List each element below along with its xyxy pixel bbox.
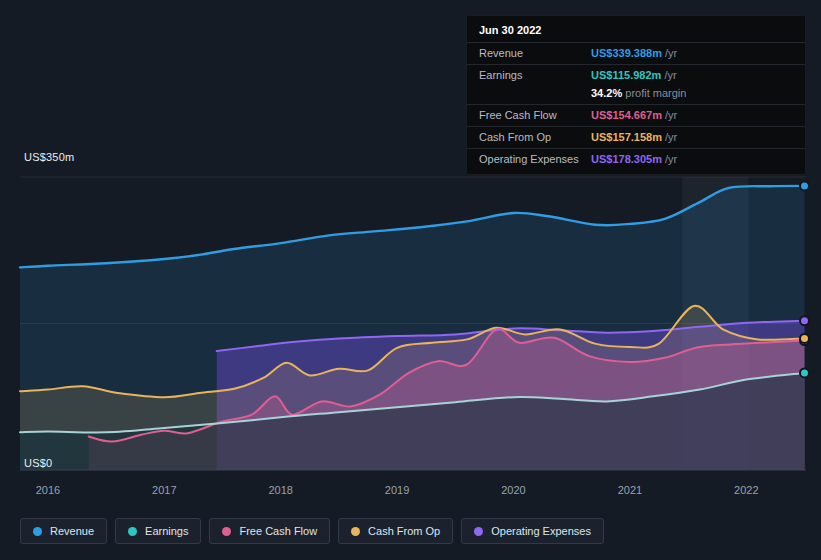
profit-margin-value: 34.2% profit margin bbox=[591, 86, 686, 101]
legend-label: Operating Expenses bbox=[491, 525, 591, 537]
tooltip-row-operating-expenses: Operating ExpensesUS$178.305m /yr bbox=[467, 148, 805, 170]
tooltip-row-label: Operating Expenses bbox=[479, 152, 591, 167]
x-tick-2019: 2019 bbox=[380, 484, 414, 496]
tooltip-row-value: US$339.388m /yr bbox=[591, 46, 677, 61]
tooltip-row-cash-from-op: Cash From OpUS$157.158m /yr bbox=[467, 126, 805, 148]
tooltip-rows: RevenueUS$339.388m /yrEarningsUS$115.982… bbox=[467, 42, 805, 170]
data-tooltip: Jun 30 2022 RevenueUS$339.388m /yrEarnin… bbox=[466, 15, 806, 175]
tooltip-row-value: US$154.667m /yr bbox=[591, 108, 677, 123]
tooltip-row-value: US$115.982m /yr bbox=[591, 68, 677, 83]
x-tick-2020: 2020 bbox=[497, 484, 531, 496]
legend-item-free-cash-flow[interactable]: Free Cash Flow bbox=[209, 518, 330, 544]
endpoint-cash-from-op-icon bbox=[800, 334, 809, 343]
tooltip-row-label: Free Cash Flow bbox=[479, 108, 591, 123]
revenue-dot-icon bbox=[33, 527, 42, 536]
cash-from-op-dot-icon bbox=[351, 527, 360, 536]
profit-margin-row: 34.2% profit margin bbox=[467, 86, 805, 104]
endpoint-earnings-icon bbox=[800, 368, 809, 377]
legend-item-operating-expenses[interactable]: Operating Expenses bbox=[461, 518, 604, 544]
x-tick-2018: 2018 bbox=[264, 484, 298, 496]
operating-expenses-dot-icon bbox=[474, 527, 483, 536]
legend-label: Cash From Op bbox=[368, 525, 440, 537]
tooltip-row-value: US$178.305m /yr bbox=[591, 152, 677, 167]
tooltip-row-revenue: RevenueUS$339.388m /yr bbox=[467, 42, 805, 64]
y-axis-max-label: US$350m bbox=[24, 151, 74, 163]
endpoint-operating-expenses-icon bbox=[800, 316, 809, 325]
earnings-dot-icon bbox=[128, 527, 137, 536]
x-axis: 2016201720182019202020212022 bbox=[0, 484, 821, 500]
legend: RevenueEarningsFree Cash FlowCash From O… bbox=[20, 518, 604, 544]
tooltip-row-label: Revenue bbox=[479, 46, 591, 61]
tooltip-row-label: Earnings bbox=[479, 68, 591, 83]
free-cash-flow-dot-icon bbox=[222, 527, 231, 536]
x-tick-2017: 2017 bbox=[147, 484, 181, 496]
y-axis-zero-label: US$0 bbox=[24, 457, 52, 469]
tooltip-date: Jun 30 2022 bbox=[467, 16, 805, 42]
x-tick-2021: 2021 bbox=[613, 484, 647, 496]
tooltip-row-free-cash-flow: Free Cash FlowUS$154.667m /yr bbox=[467, 104, 805, 126]
endpoint-revenue-icon bbox=[800, 181, 809, 190]
legend-item-earnings[interactable]: Earnings bbox=[115, 518, 201, 544]
tooltip-row-label: Cash From Op bbox=[479, 130, 591, 145]
legend-item-revenue[interactable]: Revenue bbox=[20, 518, 107, 544]
legend-label: Free Cash Flow bbox=[239, 525, 317, 537]
tooltip-row-earnings: EarningsUS$115.982m /yr bbox=[467, 64, 805, 86]
x-tick-2022: 2022 bbox=[729, 484, 763, 496]
financial-history-chart-page: US$350m US$0 201620172018201920202021202… bbox=[0, 0, 821, 560]
legend-label: Earnings bbox=[145, 525, 188, 537]
x-tick-2016: 2016 bbox=[31, 484, 65, 496]
tooltip-row-value: US$157.158m /yr bbox=[591, 130, 677, 145]
legend-item-cash-from-op[interactable]: Cash From Op bbox=[338, 518, 453, 544]
legend-label: Revenue bbox=[50, 525, 94, 537]
